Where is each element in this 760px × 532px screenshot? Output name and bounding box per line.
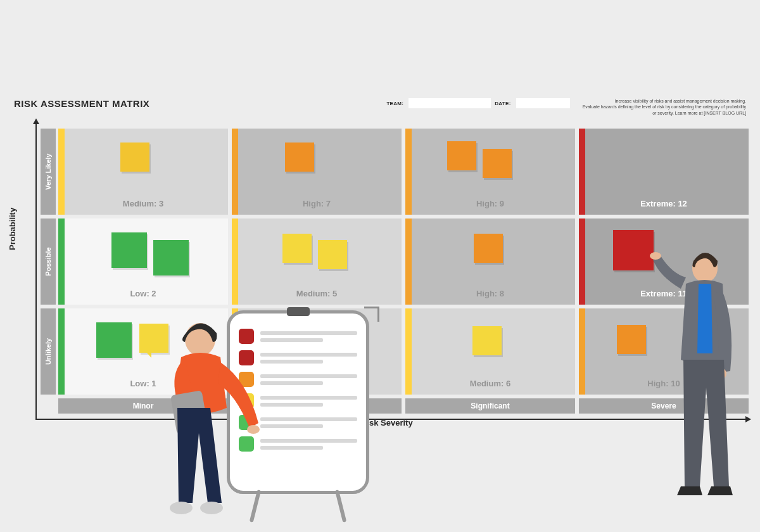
row-label-very-likely: Very Likely (41, 129, 56, 215)
y-axis-line (35, 124, 37, 420)
cell-label: High: 9 (476, 199, 504, 208)
svg-point-4 (170, 502, 193, 514)
grid-row: Medium: 3 High: 7 High: 9 Extreme: 12 (58, 129, 749, 215)
cell-label: Extreme: 12 (640, 199, 687, 208)
date-label: DATE: (495, 101, 510, 106)
cell-medium-3[interactable]: Medium: 3 (58, 129, 228, 215)
blurb-line: Evaluate hazards defining the level of r… (583, 104, 746, 110)
sticky-note[interactable] (111, 232, 147, 268)
risk-stripe (405, 218, 412, 305)
team-label: TEAM: (386, 101, 403, 106)
person-businessman-icon (636, 247, 741, 519)
row-label-unlikely: Unlikely (41, 308, 56, 395)
sticky-note[interactable] (472, 326, 502, 355)
page-title: RISK ASSESSMENT MATRIX (14, 98, 149, 109)
blurb-line: Increase visibility of risks and assist … (583, 98, 746, 104)
row-label-possible: Possible (41, 218, 56, 305)
cell-label: High: 7 (303, 199, 331, 208)
sticky-note[interactable] (285, 142, 314, 172)
cell-label: High: 8 (476, 289, 504, 298)
cell-label: Low: 1 (130, 379, 156, 388)
risk-stripe (579, 129, 585, 215)
cell-low-2[interactable]: Low: 2 (58, 218, 228, 305)
team-input[interactable] (408, 98, 491, 108)
risk-stripe (58, 308, 65, 395)
blurb-line: or severity. Learn more at [INSERT BLOG … (583, 110, 746, 116)
sticky-note[interactable] (447, 141, 476, 170)
risk-stripe (579, 218, 585, 305)
header: RISK ASSESSMENT MATRIX TEAM: DATE: Incre… (14, 98, 746, 116)
sticky-note[interactable] (483, 149, 512, 178)
sticky-note[interactable] (120, 142, 149, 172)
cell-high-8[interactable]: High: 8 (405, 218, 575, 305)
description-blurb: Increase visibility of risks and assist … (583, 98, 746, 116)
sticky-note[interactable] (153, 240, 189, 276)
field-group: TEAM: DATE: (386, 98, 569, 108)
svg-point-5 (200, 502, 223, 514)
person-presenter-icon (162, 318, 263, 527)
sticky-note[interactable] (474, 234, 503, 263)
risk-stripe (405, 308, 412, 395)
svg-point-7 (650, 252, 661, 260)
sticky-note[interactable] (96, 322, 132, 358)
cell-extreme-12[interactable]: Extreme: 12 (579, 129, 749, 215)
sticky-note[interactable] (282, 234, 312, 263)
cell-label: Medium: 6 (470, 379, 510, 388)
sticky-note[interactable] (318, 240, 347, 269)
cell-label: Low: 2 (130, 289, 156, 298)
risk-stripe (58, 218, 65, 305)
risk-stripe (405, 129, 412, 215)
cell-medium-5[interactable]: Medium: 5 (232, 218, 402, 305)
risk-stripe (232, 129, 238, 215)
cell-high-7[interactable]: High: 7 (232, 129, 402, 215)
date-input[interactable] (516, 98, 570, 108)
col-footer-significant: Significant (405, 398, 575, 414)
cell-label: Medium: 3 (123, 199, 163, 208)
svg-point-3 (247, 425, 260, 434)
risk-stripe (58, 129, 65, 215)
cell-high-9[interactable]: High: 9 (405, 129, 575, 215)
risk-stripe (579, 308, 585, 395)
cell-medium-6[interactable]: Medium: 6 (405, 308, 575, 395)
y-axis-label: Probability (8, 208, 17, 250)
row-labels: Very Likely Possible Unlikely (41, 129, 56, 395)
risk-stripe (232, 218, 238, 305)
cell-label: Medium: 5 (296, 289, 337, 298)
